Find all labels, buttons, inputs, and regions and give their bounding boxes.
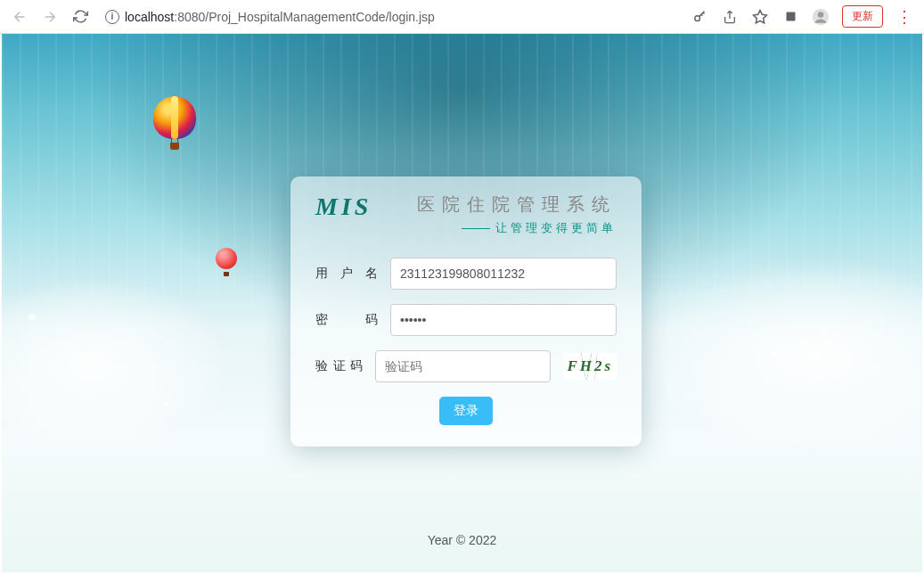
url-text: localhost:8080/Proj_HospitalManagementCo… bbox=[125, 10, 435, 24]
footer-text: Year © 2022 bbox=[2, 533, 922, 547]
balloon-decoration bbox=[153, 96, 196, 148]
password-input[interactable] bbox=[390, 304, 617, 336]
system-subtitle: 让管理变得更简单 bbox=[495, 220, 617, 236]
svg-rect-2 bbox=[786, 12, 795, 21]
username-input[interactable] bbox=[390, 258, 617, 290]
reload-button[interactable] bbox=[68, 4, 93, 29]
back-button[interactable] bbox=[7, 4, 32, 29]
site-info-icon[interactable]: i bbox=[105, 10, 119, 24]
captcha-input[interactable] bbox=[375, 350, 551, 382]
page-body: ✦ ✦ ✦ MIS 医院住院管理系统 让管理变得更简单 用户名 密 码 bbox=[2, 34, 922, 572]
cloud-decoration bbox=[637, 266, 922, 444]
username-label: 用户名 bbox=[315, 266, 378, 282]
password-label: 密 码 bbox=[315, 312, 378, 328]
password-key-icon[interactable] bbox=[687, 4, 712, 29]
share-icon[interactable] bbox=[717, 4, 742, 29]
captcha-image[interactable]: FH2s bbox=[563, 353, 617, 380]
kebab-menu-icon[interactable]: ⋮ bbox=[892, 4, 917, 29]
browser-toolbar: i localhost:8080/Proj_HospitalManagement… bbox=[0, 0, 924, 34]
svg-marker-1 bbox=[754, 10, 767, 22]
bookmark-star-icon[interactable] bbox=[748, 4, 773, 29]
forward-button[interactable] bbox=[37, 4, 62, 29]
divider-line bbox=[462, 228, 490, 229]
logo-text: MIS bbox=[315, 193, 372, 221]
extensions-icon[interactable] bbox=[778, 4, 803, 29]
balloon-decoration bbox=[216, 248, 237, 275]
svg-point-0 bbox=[694, 16, 699, 21]
login-button[interactable]: 登录 bbox=[439, 397, 493, 425]
sparkle-icon: ✦ bbox=[769, 346, 780, 360]
cloud-decoration bbox=[2, 283, 225, 444]
login-card: MIS 医院住院管理系统 让管理变得更简单 用户名 密 码 验证码 FH2s 登… bbox=[290, 176, 642, 447]
svg-point-4 bbox=[818, 12, 824, 18]
sparkle-icon: ✦ bbox=[27, 310, 37, 324]
browser-update-button[interactable]: 更新 bbox=[842, 5, 883, 28]
system-title: 医院住院管理系统 bbox=[417, 193, 617, 217]
sparkle-icon: ✦ bbox=[162, 399, 169, 409]
captcha-label: 验证码 bbox=[315, 358, 363, 374]
profile-avatar-icon[interactable] bbox=[808, 4, 833, 29]
address-bar[interactable]: i localhost:8080/Proj_HospitalManagement… bbox=[105, 10, 435, 24]
